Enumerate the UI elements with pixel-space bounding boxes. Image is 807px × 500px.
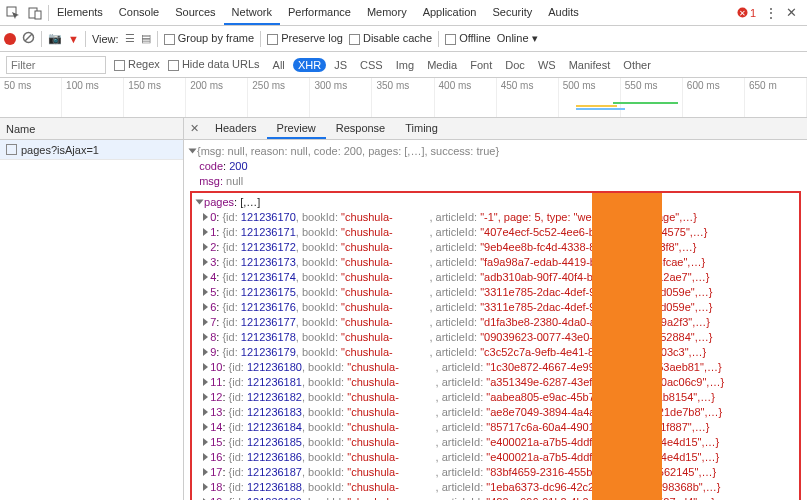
array-item[interactable]: 10: {id: 121236180, bookId: "chushula- ,… [194, 360, 797, 375]
tab-performance[interactable]: Performance [280, 1, 359, 25]
expand-icon[interactable] [203, 213, 208, 221]
array-item[interactable]: 18: {id: 121236188, bookId: "chushula- ,… [194, 480, 797, 495]
expand-icon[interactable] [203, 258, 208, 266]
tab-console[interactable]: Console [111, 1, 167, 25]
filter-chip-css[interactable]: CSS [355, 58, 388, 72]
array-item[interactable]: 2: {id: 121236172, bookId: "chushula- , … [194, 240, 797, 255]
filter-input[interactable] [6, 56, 106, 74]
expand-icon[interactable] [203, 333, 208, 341]
timeline-tick: 450 ms [497, 78, 559, 117]
tab-elements[interactable]: Elements [49, 1, 111, 25]
regex-checkbox[interactable]: Regex [114, 58, 160, 71]
array-item[interactable]: 4: {id: 121236174, bookId: "chushula- , … [194, 270, 797, 285]
disable-cache-checkbox[interactable]: Disable cache [349, 32, 432, 45]
svg-rect-2 [35, 11, 41, 19]
filter-chip-xhr[interactable]: XHR [293, 58, 326, 72]
expand-icon[interactable] [203, 303, 208, 311]
expand-icon[interactable] [189, 149, 197, 154]
array-item[interactable]: 5: {id: 121236175, bookId: "chushula- , … [194, 285, 797, 300]
array-item[interactable]: 1: {id: 121236171, bookId: "chushula- , … [194, 225, 797, 240]
inspect-icon[interactable] [4, 4, 22, 22]
device-icon[interactable] [26, 4, 44, 22]
camera-icon[interactable]: 📷 [48, 32, 62, 45]
record-icon[interactable] [4, 33, 16, 45]
expand-icon[interactable] [203, 423, 208, 431]
error-badge[interactable]: ✕1 [737, 7, 756, 19]
separator [157, 31, 158, 47]
hide-data-urls-checkbox[interactable]: Hide data URLs [168, 58, 260, 71]
expand-icon[interactable] [196, 200, 204, 205]
close-detail-icon[interactable]: ✕ [184, 122, 205, 135]
checkbox-icon[interactable] [6, 144, 17, 155]
detail-tab-response[interactable]: Response [326, 119, 396, 139]
filter-chip-ws[interactable]: WS [533, 58, 561, 72]
filter-chip-media[interactable]: Media [422, 58, 462, 72]
array-item[interactable]: 6: {id: 121236176, bookId: "chushula- , … [194, 300, 797, 315]
detail-tab-preview[interactable]: Preview [267, 119, 326, 139]
array-item[interactable]: 17: {id: 121236187, bookId: "chushula- ,… [194, 465, 797, 480]
expand-icon[interactable] [203, 348, 208, 356]
array-item[interactable]: 13: {id: 121236183, bookId: "chushula- ,… [194, 405, 797, 420]
array-item[interactable]: 8: {id: 121236178, bookId: "chushula- , … [194, 330, 797, 345]
array-item[interactable]: 14: {id: 121236184, bookId: "chushula- ,… [194, 420, 797, 435]
filter-chip-other[interactable]: Other [618, 58, 656, 72]
expand-icon[interactable] [203, 288, 208, 296]
expand-icon[interactable] [203, 363, 208, 371]
preserve-log-checkbox[interactable]: Preserve log [267, 32, 343, 45]
array-item[interactable]: 12: {id: 121236182, bookId: "chushula- ,… [194, 390, 797, 405]
waterfall-icon[interactable]: ▤ [141, 32, 151, 45]
expand-icon[interactable] [203, 438, 208, 446]
expand-icon[interactable] [203, 273, 208, 281]
array-item[interactable]: 19: {id: 121236189, bookId: "chushula- ,… [194, 495, 797, 500]
tab-security[interactable]: Security [484, 1, 540, 25]
filter-chip-all[interactable]: All [268, 58, 290, 72]
array-item[interactable]: 3: {id: 121236173, bookId: "chushula- , … [194, 255, 797, 270]
timeline-tick: 550 ms [621, 78, 683, 117]
more-icon[interactable]: ⋮ [764, 5, 778, 21]
highlighted-pages-array: pages: [,…] 0: {id: 121236170, bookId: "… [190, 191, 801, 500]
view-label: View: [92, 33, 119, 45]
filter-chip-manifest[interactable]: Manifest [564, 58, 616, 72]
expand-icon[interactable] [203, 483, 208, 491]
filter-chip-img[interactable]: Img [391, 58, 419, 72]
expand-icon[interactable] [203, 468, 208, 476]
expand-icon[interactable] [203, 378, 208, 386]
preview-pane[interactable]: {msg: null, reason: null, code: 200, pag… [184, 140, 807, 500]
filter-chip-js[interactable]: JS [329, 58, 352, 72]
request-row[interactable]: pages?isAjax=1 [0, 140, 183, 160]
tab-memory[interactable]: Memory [359, 1, 415, 25]
throttling-select[interactable]: Online ▾ [497, 32, 538, 45]
array-item[interactable]: 16: {id: 121236186, bookId: "chushula- ,… [194, 450, 797, 465]
topbar-right: ✕1 ⋮ ✕ [737, 5, 803, 21]
filter-bar: Regex Hide data URLs All XHR JS CSS Img … [0, 52, 807, 78]
filter-chip-doc[interactable]: Doc [500, 58, 530, 72]
clear-icon[interactable] [22, 31, 35, 46]
offline-checkbox[interactable]: Offline [445, 32, 491, 45]
large-rows-icon[interactable]: ☰ [125, 32, 135, 45]
request-list-header[interactable]: Name [0, 118, 183, 140]
expand-icon[interactable] [203, 243, 208, 251]
svg-line-6 [25, 34, 32, 41]
expand-icon[interactable] [203, 453, 208, 461]
detail-tab-headers[interactable]: Headers [205, 119, 267, 139]
expand-icon[interactable] [203, 393, 208, 401]
detail-tab-timing[interactable]: Timing [395, 119, 448, 139]
tab-audits[interactable]: Audits [540, 1, 587, 25]
timeline-overview[interactable]: 50 ms100 ms150 ms200 ms250 ms300 ms350 m… [0, 78, 807, 118]
array-item[interactable]: 7: {id: 121236177, bookId: "chushula- , … [194, 315, 797, 330]
group-by-frame-checkbox[interactable]: Group by frame [164, 32, 254, 45]
array-item[interactable]: 15: {id: 121236185, bookId: "chushula- ,… [194, 435, 797, 450]
expand-icon[interactable] [203, 318, 208, 326]
filter-icon[interactable]: ▼ [68, 33, 79, 45]
expand-icon[interactable] [203, 228, 208, 236]
expand-icon[interactable] [203, 408, 208, 416]
array-item[interactable]: 11: {id: 121236181, bookId: "chushula- ,… [194, 375, 797, 390]
tab-network[interactable]: Network [224, 1, 280, 25]
tab-sources[interactable]: Sources [167, 1, 223, 25]
filter-chip-font[interactable]: Font [465, 58, 497, 72]
timeline-tick: 400 ms [435, 78, 497, 117]
tab-application[interactable]: Application [415, 1, 485, 25]
array-item[interactable]: 9: {id: 121236179, bookId: "chushula- , … [194, 345, 797, 360]
close-icon[interactable]: ✕ [786, 5, 797, 20]
array-item[interactable]: 0: {id: 121236170, bookId: "chushula- , … [194, 210, 797, 225]
